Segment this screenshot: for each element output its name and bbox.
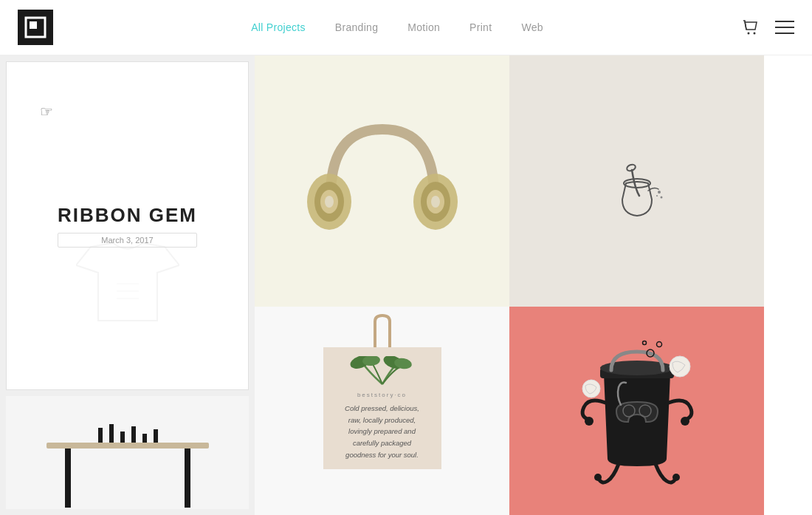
header: All Projects Branding Motion Print Web <box>0 0 812 55</box>
svg-point-26 <box>431 196 440 208</box>
svg-rect-11 <box>65 449 71 508</box>
left-column: ☞ RIBBON GEM March 3, 2017 <box>0 55 255 515</box>
svg-point-33 <box>658 191 661 194</box>
svg-point-34 <box>660 197 662 199</box>
svg-point-48 <box>642 341 646 345</box>
svg-point-47 <box>656 342 661 347</box>
svg-point-2 <box>747 33 749 35</box>
tote-greenery <box>334 356 431 386</box>
menu-button[interactable] <box>775 19 794 35</box>
project-ribbon-gem[interactable]: ☞ RIBBON GEM March 3, 2017 <box>6 61 249 390</box>
headphones-illustration <box>301 100 464 262</box>
bowl-illustration-svg <box>582 126 692 236</box>
project-tote-bag[interactable]: beststory·co Cold pressed, delicious, ra… <box>255 307 509 515</box>
project-bucket[interactable] <box>509 307 764 515</box>
svg-point-35 <box>656 195 658 197</box>
svg-point-45 <box>582 380 600 398</box>
logo-icon <box>24 16 47 38</box>
project-headphones[interactable] <box>255 55 509 307</box>
nav-item-print[interactable]: Print <box>469 21 492 33</box>
svg-rect-10 <box>47 443 209 449</box>
ribbon-gem-title: RIBBON GEM <box>58 204 197 227</box>
projects-grid: ☞ RIBBON GEM March 3, 2017 <box>0 55 812 515</box>
svg-rect-14 <box>109 424 114 443</box>
logo[interactable] <box>18 10 53 45</box>
tote-description: Cold pressed, delicious, raw, locally pr… <box>334 403 431 460</box>
svg-rect-12 <box>185 449 190 508</box>
tote-handle-svg <box>353 314 412 351</box>
svg-rect-13 <box>98 428 103 443</box>
svg-point-43 <box>672 474 680 481</box>
table-illustration <box>24 413 231 509</box>
nav-item-motion[interactable]: Motion <box>407 21 440 33</box>
tote-brand: beststory·co <box>334 392 431 398</box>
svg-point-32 <box>625 163 636 172</box>
project-table[interactable] <box>6 396 249 509</box>
bucket-illustration-svg <box>563 322 711 499</box>
svg-rect-16 <box>131 426 136 443</box>
tote-bag-body: beststory·co Cold pressed, delicious, ra… <box>323 347 441 469</box>
ribbon-gem-date: March 3, 2017 <box>58 233 197 248</box>
svg-rect-1 <box>30 21 37 29</box>
cursor-icon: ☞ <box>40 103 53 120</box>
cart-button[interactable] <box>741 18 760 37</box>
cart-icon <box>741 18 760 37</box>
ribbon-gem-content: RIBBON GEM March 3, 2017 <box>58 204 197 248</box>
project-bowl-illustration[interactable] <box>509 55 764 307</box>
header-actions <box>741 18 794 37</box>
hamburger-icon <box>775 19 794 35</box>
main-nav: All Projects Branding Motion Print Web <box>251 21 543 33</box>
nav-item-all-projects[interactable]: All Projects <box>251 21 306 33</box>
svg-rect-18 <box>154 429 158 443</box>
tote-content: beststory·co Cold pressed, delicious, ra… <box>323 307 441 515</box>
nav-item-branding[interactable]: Branding <box>335 21 378 33</box>
tshirt-watermark <box>76 239 179 345</box>
svg-point-41 <box>681 417 689 426</box>
svg-point-42 <box>594 474 602 481</box>
nav-item-web[interactable]: Web <box>521 21 543 33</box>
svg-rect-15 <box>120 432 125 443</box>
svg-point-25 <box>325 196 334 208</box>
svg-point-40 <box>585 417 593 426</box>
svg-point-3 <box>753 33 755 35</box>
svg-rect-17 <box>142 434 147 443</box>
